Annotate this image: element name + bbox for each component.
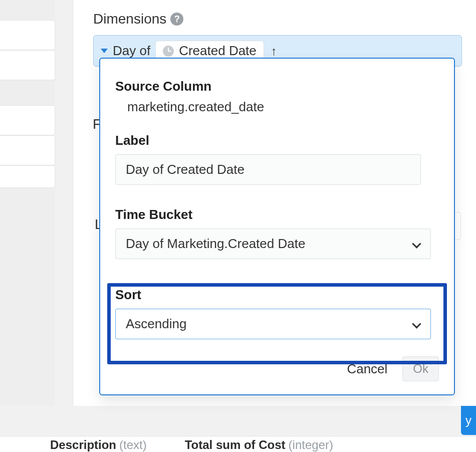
dimensions-header: Dimensions ? <box>93 11 462 27</box>
time-bucket-value: Day of Marketing.Created Date <box>126 236 305 252</box>
cancel-button[interactable]: Cancel <box>347 361 387 377</box>
config-panel: Dimensions ? Day of Created Date ↑ Sourc… <box>73 0 476 406</box>
time-bucket-title: Time Bucket <box>115 207 439 222</box>
time-bucket-select[interactable]: Day of Marketing.Created Date <box>115 229 431 259</box>
dimension-field-label: Created Date <box>179 43 257 59</box>
dimensions-label: Dimensions <box>93 11 166 27</box>
clock-icon <box>163 46 174 57</box>
left-sidebar-fragment <box>0 0 55 406</box>
footer-desc-type: (text) <box>119 438 147 452</box>
label-title: Label <box>115 133 439 148</box>
sort-select[interactable]: Ascending <box>115 309 431 339</box>
ok-button[interactable]: Ok <box>402 356 439 381</box>
caret-down-icon <box>101 49 108 53</box>
sidebar-card <box>0 50 55 80</box>
chevron-down-icon <box>413 321 420 328</box>
columns-footer: Description (text) Total sum of Cost (in… <box>0 436 476 452</box>
help-icon[interactable]: ? <box>170 13 183 26</box>
sidebar-card <box>0 105 55 135</box>
sort-title: Sort <box>115 287 439 303</box>
footer-total-type: (integer) <box>289 438 333 452</box>
source-column-title: Source Column <box>115 79 439 94</box>
sort-value: Ascending <box>126 316 186 332</box>
footer-desc-label: Description <box>50 438 116 452</box>
sidebar-card <box>0 165 55 188</box>
label-input[interactable]: Day of Created Date <box>115 154 421 185</box>
primary-action-fragment-text: y <box>465 413 471 427</box>
sidebar-card <box>0 20 55 50</box>
label-input-value: Day of Created Date <box>126 162 245 177</box>
sidebar-card <box>0 135 55 165</box>
primary-action-fragment[interactable]: y <box>461 406 476 435</box>
sort-ascending-icon: ↑ <box>271 44 277 58</box>
dimension-prefix: Day of <box>113 43 150 59</box>
source-column-value: marketing.created_date <box>115 99 439 115</box>
popover-footer: Cancel Ok <box>115 356 439 381</box>
dimension-editor-popover: Source Column marketing.created_date Lab… <box>99 58 455 395</box>
chevron-down-icon <box>413 241 420 248</box>
footer-total-label: Total sum of Cost <box>185 438 286 452</box>
